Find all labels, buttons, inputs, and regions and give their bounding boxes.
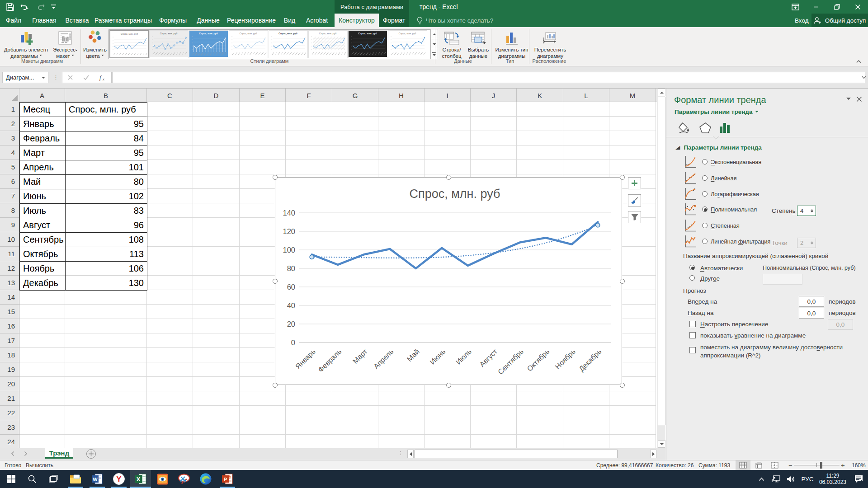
ribbon-tab-4[interactable]: Формулы (158, 14, 188, 27)
custom-name-input[interactable] (763, 274, 802, 285)
sheet-tab-trend[interactable]: Трэнд (45, 448, 73, 459)
row-header-23[interactable]: 23 (0, 420, 19, 435)
column-header-G[interactable]: G (332, 89, 378, 102)
taskbar-app-file-explorer[interactable] (65, 470, 86, 488)
row-header-24[interactable]: 24 (0, 435, 19, 448)
cell-B5[interactable]: 101 (66, 160, 147, 175)
row-header-8[interactable]: 8 (0, 203, 19, 218)
chart-resize-handle[interactable] (446, 175, 451, 180)
trendline-radio-log[interactable] (702, 191, 708, 197)
page-break-view-button[interactable] (767, 460, 782, 470)
ribbon-tab-10[interactable]: Формат (379, 14, 409, 27)
column-header-K[interactable]: K (517, 89, 563, 102)
scroll-up-button[interactable] (658, 89, 665, 96)
column-header-I[interactable]: I (425, 89, 471, 102)
ribbon-tab-8[interactable]: Acrobat (305, 14, 329, 27)
zoom-level[interactable]: 160% (852, 462, 866, 469)
gallery-scroll-up-button[interactable] (430, 29, 438, 39)
task-view-button[interactable] (43, 470, 64, 488)
trendline-option-poly[interactable]: Полиномиальная (684, 203, 757, 216)
row-header-4[interactable]: 4 (0, 145, 19, 160)
forward-input[interactable]: 0,0 (799, 296, 824, 307)
trendline-radio-poly[interactable] (702, 206, 708, 212)
close-button[interactable] (847, 0, 868, 14)
trendline-option-mavg[interactable]: Линейная фильтрация (684, 235, 770, 248)
trendline-radio-lin[interactable] (702, 175, 708, 181)
taskbar-app-excel[interactable]: X (130, 470, 151, 488)
trendline-radio-exp[interactable] (702, 159, 708, 164)
cell-B2[interactable]: 95 (66, 117, 147, 131)
row-header-9[interactable]: 9 (0, 218, 19, 232)
cell-A11[interactable]: Октябрь (20, 247, 66, 262)
trendline-options-tab-icon[interactable] (719, 122, 731, 134)
next-sheet-button[interactable] (24, 451, 28, 458)
row-header-15[interactable]: 15 (0, 305, 19, 319)
scroll-down-button[interactable] (658, 440, 665, 448)
chart-resize-handle[interactable] (273, 175, 278, 180)
chart-resize-handle[interactable] (446, 383, 451, 388)
ribbon-tab-6[interactable]: Рецензирование (228, 14, 274, 27)
cell-B6[interactable]: 80 (66, 175, 147, 189)
save-button[interactable] (6, 3, 14, 11)
row-header-13[interactable]: 13 (0, 276, 19, 290)
chart-style-thumb-2[interactable]: Спрос, млн. руб (149, 30, 189, 58)
tray-volume-icon[interactable] (783, 470, 798, 488)
row-header-5[interactable]: 5 (0, 160, 19, 174)
show-equation-checkbox[interactable] (689, 332, 696, 338)
cell-A12[interactable]: Ноябрь (20, 262, 66, 276)
zoom-in-button[interactable]: + (841, 461, 845, 469)
chart-object[interactable]: Спрос, млн. руб020406080100120140ЯнварьФ… (275, 177, 622, 385)
ribbon-tab-3[interactable]: Разметка страницы (96, 14, 151, 27)
chart-elements-button[interactable] (628, 177, 641, 189)
column-header-L[interactable]: L (563, 89, 609, 102)
column-header-B[interactable]: B (65, 89, 147, 102)
zoom-slider-thumb[interactable] (820, 462, 822, 469)
zoom-slider-track[interactable] (794, 465, 840, 465)
cell-B10[interactable]: 108 (66, 233, 147, 247)
cell-A7[interactable]: Июнь (20, 189, 66, 204)
row-header-6[interactable]: 6 (0, 174, 19, 189)
row-header-2[interactable]: 2 (0, 117, 19, 131)
chart-filters-button[interactable] (628, 211, 641, 223)
chart-style-thumb-5[interactable]: Спрос, млн. руб (269, 30, 308, 58)
start-button[interactable] (1, 470, 22, 488)
cell-A3[interactable]: Февраль (20, 131, 66, 146)
option-spinner-poly[interactable]: 4 (797, 206, 816, 216)
tray-hidden-icons-button[interactable] (755, 470, 769, 488)
row-header-12[interactable]: 12 (0, 261, 19, 276)
name-box[interactable]: Диаграм... (2, 72, 48, 83)
ribbon-tab-2[interactable]: Вставка (66, 14, 89, 27)
cell-B8[interactable]: 83 (66, 204, 147, 218)
row-header-22[interactable]: 22 (0, 406, 19, 420)
taskbar-app-screenhunter[interactable] (174, 470, 194, 488)
customize-qat-button[interactable] (51, 4, 56, 9)
ribbon-tab-file[interactable]: Файл (5, 14, 23, 27)
sign-in-button[interactable]: Вход (795, 14, 809, 27)
row-header-7[interactable]: 7 (0, 189, 19, 203)
formula-bar-expand-icon[interactable] (862, 75, 866, 80)
hscroll-right-button[interactable] (650, 450, 656, 458)
taskbar-app-powerpoint[interactable]: P (217, 470, 238, 488)
chart-resize-handle[interactable] (620, 383, 625, 388)
fill-line-tab-icon[interactable] (678, 122, 692, 134)
column-header-M[interactable]: M (609, 89, 656, 102)
taskbar-app-edge[interactable] (195, 470, 216, 488)
cell-B3[interactable]: 84 (66, 131, 147, 146)
page-layout-view-button[interactable] (751, 460, 766, 470)
normal-view-button[interactable] (736, 460, 750, 470)
cell-B1[interactable]: Спрос, млн. руб (66, 103, 147, 117)
new-sheet-button[interactable] (86, 449, 96, 459)
cell-A8[interactable]: Июль (20, 204, 66, 218)
tell-me-box[interactable]: Что вы хотите сделать? (417, 14, 493, 27)
cell-A13[interactable]: Декабрь (20, 276, 66, 291)
row-header-16[interactable]: 16 (0, 319, 19, 333)
column-header-J[interactable]: J (471, 89, 517, 102)
taskbar-app-word[interactable]: W (87, 470, 108, 488)
row-header-3[interactable]: 3 (0, 131, 19, 145)
tray-network-icon[interactable] (769, 470, 783, 488)
row-header-14[interactable]: 14 (0, 290, 19, 305)
show-r2-checkbox[interactable] (689, 347, 696, 353)
change-colors-button[interactable]: Изменитьцвета (82, 28, 108, 64)
cell-A1[interactable]: Месяц (20, 103, 66, 117)
ribbon-tab-9[interactable]: Конструктор (335, 14, 379, 27)
